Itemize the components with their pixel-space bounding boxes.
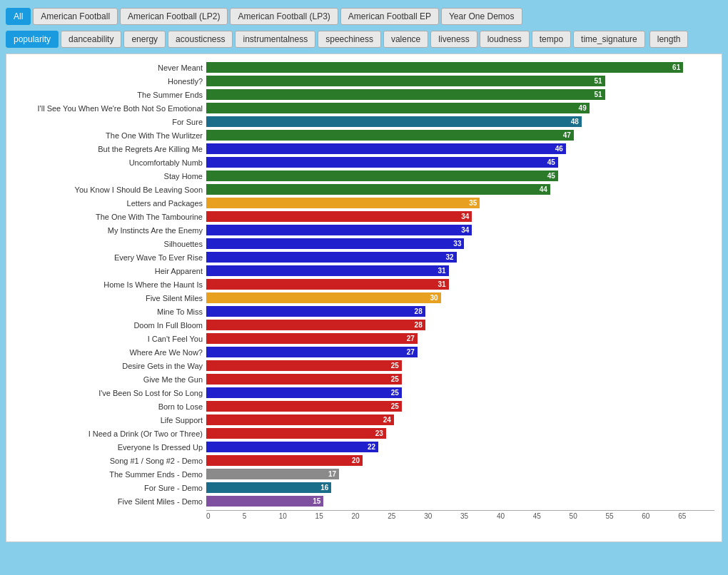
bar-track: 16: [206, 482, 714, 493]
bar-value: 45: [547, 172, 555, 180]
bar-track: 45: [206, 157, 714, 168]
bar-label: Stay Home: [14, 172, 206, 180]
bar-value: 27: [407, 335, 415, 342]
bar-track: 23: [206, 428, 714, 439]
bar-value: 30: [430, 294, 438, 302]
album-tab-american-football-lp3[interactable]: American Football (LP3): [230, 8, 338, 25]
bars-container: Never Meant61Honestly?51The Summer Ends5…: [14, 61, 714, 507]
attr-tab-length[interactable]: length: [649, 31, 689, 48]
bar-value: 28: [415, 307, 423, 315]
x-tick: 30: [424, 511, 460, 520]
bar-row: You Know I Should Be Leaving Soon44: [14, 183, 714, 195]
attr-tab-danceability[interactable]: danceability: [61, 31, 121, 48]
bar-label: For Sure: [14, 118, 206, 126]
bar-fill: 34: [206, 211, 472, 222]
bar-fill: 20: [206, 455, 363, 466]
album-tab-all[interactable]: All: [6, 8, 31, 25]
bar-label: Mine To Miss: [14, 307, 206, 316]
bar-track: 34: [206, 225, 714, 235]
bar-fill: 51: [206, 76, 605, 86]
bar-track: 22: [206, 442, 714, 452]
bar-row: Desire Gets in the Way25: [14, 360, 714, 372]
bar-track: 28: [206, 320, 714, 330]
bar-value: 44: [540, 185, 547, 193]
bar-row: I Can't Feel You27: [14, 332, 714, 345]
attr-tab-speechiness[interactable]: speechiness: [318, 31, 381, 48]
bar-fill: 28: [206, 306, 425, 317]
attr-tab-tempo[interactable]: tempo: [532, 31, 571, 48]
bar-label: The One With The Tambourine: [14, 213, 206, 221]
album-tab-american-football[interactable]: American Football: [33, 8, 118, 25]
bar-label: I Need a Drink (Or Two or Three): [14, 429, 206, 438]
album-tab-american-football-lp2[interactable]: American Football (LP2): [120, 8, 228, 25]
bar-track: 30: [206, 292, 714, 303]
album-tab-year-one-demos[interactable]: Year One Demos: [441, 8, 522, 25]
bar-track: 33: [206, 238, 714, 249]
x-tick: 55: [605, 511, 642, 520]
bar-row: Where Are We Now?27: [14, 346, 714, 358]
bar-fill: 22: [206, 442, 378, 452]
bar-fill: 45: [206, 157, 558, 168]
bar-value: 24: [383, 416, 391, 424]
x-axis: 05101520253035404550556065: [206, 510, 714, 520]
bar-value: 34: [461, 213, 469, 220]
bar-value: 25: [391, 375, 399, 383]
bar-track: 45: [206, 171, 714, 181]
bar-fill: 16: [206, 482, 331, 493]
bar-fill: 27: [206, 347, 418, 357]
bar-row: I'll See You When We're Both Not So Emot…: [14, 102, 714, 114]
bar-row: Give Me the Gun25: [14, 373, 714, 385]
bar-value: 33: [453, 240, 461, 248]
bar-fill: 31: [206, 265, 449, 276]
bar-row: Song #1 / Song #2 - Demo20: [14, 454, 714, 467]
album-tab-american-football-ep[interactable]: American Football EP: [340, 8, 439, 25]
album-tab-group: AllAmerican FootballAmerican Football (L…: [6, 8, 722, 25]
attr-tab-acousticness[interactable]: acousticness: [168, 31, 233, 48]
bar-row: Silhouettes33: [14, 238, 714, 250]
bar-label: Five Silent Miles: [14, 294, 206, 302]
bar-row: Every Wave To Ever Rise32: [14, 251, 714, 263]
bar-track: 31: [206, 265, 714, 276]
bar-row: The Summer Ends - Demo17: [14, 468, 714, 480]
x-tick: 25: [388, 511, 424, 520]
bar-track: 25: [206, 360, 714, 371]
bar-track: 25: [206, 374, 714, 385]
bar-row: I've Been So Lost for So Long25: [14, 387, 714, 399]
attr-tab-liveness[interactable]: liveness: [430, 31, 477, 48]
attr-tab-time_signature[interactable]: time_signature: [573, 31, 645, 48]
bar-fill: 47: [206, 130, 574, 141]
bar-fill: 61: [206, 62, 683, 73]
bar-value: 45: [547, 158, 555, 166]
bar-row: But the Regrets Are Killing Me46: [14, 143, 714, 155]
attr-tab-loudness[interactable]: loudness: [480, 31, 530, 48]
bar-label: You Know I Should Be Leaving Soon: [14, 185, 206, 194]
bar-fill: 33: [206, 238, 464, 249]
bar-row: Honestly?51: [14, 75, 714, 87]
bar-value: 51: [595, 77, 602, 85]
bar-track: 25: [206, 387, 714, 398]
attr-tab-group: popularitydanceabilityenergyacousticness…: [6, 31, 722, 48]
attr-tab-energy[interactable]: energy: [123, 31, 166, 48]
bar-value: 31: [438, 280, 445, 288]
attr-tab-instrumentalness[interactable]: instrumentalness: [235, 31, 315, 48]
bar-label: Doom In Full Bloom: [14, 321, 206, 330]
bar-track: 49: [206, 103, 714, 113]
bar-value: 27: [407, 348, 415, 356]
attr-tab-popularity[interactable]: popularity: [6, 31, 59, 48]
x-tick: 5: [243, 511, 279, 520]
bar-row: Five Silent Miles30: [14, 292, 714, 304]
bar-value: 25: [391, 402, 399, 410]
bar-track: 20: [206, 455, 714, 466]
x-tick: 0: [206, 511, 243, 520]
bar-value: 23: [375, 429, 383, 437]
bar-fill: 51: [206, 89, 605, 100]
bar-track: 28: [206, 306, 714, 317]
bar-value: 34: [461, 226, 469, 234]
bar-row: Mine To Miss28: [14, 305, 714, 317]
bar-fill: 25: [206, 360, 402, 371]
bar-value: 51: [595, 91, 602, 98]
chart-container: Never Meant61Honestly?51The Summer Ends5…: [6, 54, 722, 542]
bar-label: Every Wave To Ever Rise: [14, 253, 206, 262]
attr-tab-valence[interactable]: valence: [383, 31, 428, 48]
bar-value: 61: [672, 63, 680, 71]
